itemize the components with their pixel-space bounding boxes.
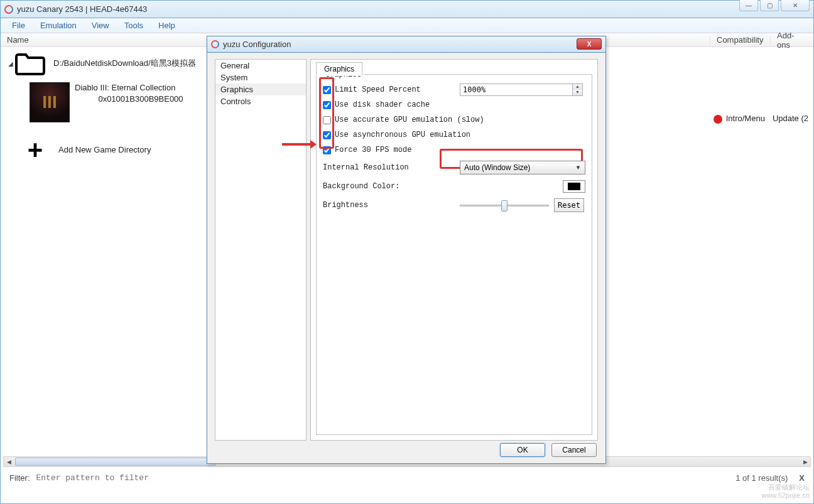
cancel-button[interactable]: Cancel (551, 443, 597, 457)
filter-input[interactable] (34, 473, 736, 483)
column-compat[interactable]: Compatibility (710, 35, 771, 45)
scroll-left-icon[interactable]: ◀ (4, 457, 14, 466)
dialog-titlebar: yuzu Configuration X (207, 36, 605, 53)
maximize-button[interactable]: ▢ (760, 0, 779, 11)
game-icon: III (30, 82, 70, 122)
bg-color-button[interactable] (563, 180, 585, 193)
nav-system[interactable]: System (215, 72, 306, 83)
game-id: 0x01001B300B9BE000 (75, 94, 207, 105)
folder-icon (12, 50, 48, 77)
filter-clear-button[interactable]: X (793, 473, 811, 483)
accurate-gpu-checkbox[interactable] (323, 116, 331, 124)
force-30fps-label: Force 30 FPS mode (335, 146, 585, 154)
nav-general[interactable]: General (215, 60, 306, 72)
window-controls: — ▢ ✕ (739, 0, 810, 11)
internal-res-combo[interactable]: Auto (Window Size) ▼ (460, 161, 585, 174)
scrollbar-thumb[interactable] (15, 458, 216, 466)
nav-graphics[interactable]: Graphics (215, 83, 306, 95)
color-swatch-icon (568, 183, 580, 190)
accurate-gpu-label: Use accurate GPU emulation (slow) (335, 115, 585, 124)
window-title: yuzu Canary 2543 | HEAD-4e67443 (17, 4, 147, 14)
internal-res-value: Auto (Window Size) (464, 163, 530, 172)
filter-bar: Filter: 1 of 1 result(s) X (3, 469, 811, 486)
force-30fps-checkbox[interactable] (323, 146, 331, 154)
status-dot-icon (714, 115, 722, 124)
async-gpu-checkbox[interactable] (323, 131, 331, 139)
menubar: File Emulation View Tools Help (1, 18, 813, 33)
brightness-slider[interactable] (460, 199, 549, 212)
addon-cell: Update (2 (773, 114, 808, 123)
reset-button[interactable]: Reset (554, 198, 584, 212)
menu-tools[interactable]: Tools (118, 19, 149, 31)
watermark: 吾爱破解论坛 www.52pojie.cn (762, 483, 810, 500)
menu-help[interactable]: Help (152, 19, 182, 31)
chevron-down-icon: ▼ (575, 164, 581, 171)
limit-speed-label: Limit Speed Percent (335, 85, 460, 94)
config-dialog: yuzu Configuration X General System Grap… (207, 36, 606, 464)
graphics-group: Graphics Limit Speed Percent ▲▼ Use (316, 74, 592, 435)
filter-label: Filter: (3, 473, 34, 483)
svg-marker-1 (310, 140, 317, 149)
brightness-label: Brightness (323, 201, 460, 210)
limit-speed-checkbox[interactable] (323, 86, 331, 94)
config-content: Graphics Graphics Limit Speed Percent ▲▼ (310, 59, 598, 441)
async-gpu-label: Use asynchronous GPU emulation (335, 131, 585, 139)
tab-graphics[interactable]: Graphics (316, 62, 362, 76)
status-cell: Intro/Menu (714, 114, 765, 124)
close-button[interactable]: ✕ (781, 0, 810, 11)
internal-res-label: Internal Resolution (323, 163, 460, 172)
add-directory-label: Add New Game Directory (58, 144, 151, 156)
caret-icon: ◢ (6, 60, 12, 67)
plus-icon: + (17, 135, 53, 165)
game-title: Diablo III: Eternal Collection (75, 82, 207, 94)
speed-input[interactable] (460, 83, 573, 96)
ok-button[interactable]: OK (500, 443, 545, 457)
config-nav: General System Graphics Controls (215, 59, 307, 441)
menu-view[interactable]: View (85, 19, 116, 31)
dialog-title: yuzu Configuration (223, 40, 291, 49)
spinner-up-icon[interactable]: ▲ (573, 84, 582, 90)
nav-controls[interactable]: Controls (215, 95, 306, 107)
minimize-button[interactable]: — (739, 0, 758, 11)
game-label: Diablo III: Eternal Collection 0x01001B3… (75, 82, 207, 105)
slider-thumb[interactable] (501, 200, 507, 212)
disk-shader-checkbox[interactable] (323, 101, 331, 109)
titlebar: yuzu Canary 2543 | HEAD-4e67443 — ▢ ✕ (1, 1, 813, 18)
disk-shader-label: Use disk shader cache (335, 100, 585, 109)
dialog-close-button[interactable]: X (577, 38, 602, 50)
folder-path-label: D:/BaiduNetdiskDownload/暗黑3模拟器 (53, 58, 196, 69)
dialog-logo-icon (211, 40, 219, 48)
speed-spinner[interactable]: ▲▼ (460, 83, 585, 96)
filter-results: 1 of 1 result(s) (735, 473, 793, 483)
menu-emulation[interactable]: Emulation (34, 19, 83, 31)
app-logo-icon (4, 5, 13, 14)
spinner-down-icon[interactable]: ▼ (573, 90, 582, 95)
scroll-right-icon[interactable]: ▶ (800, 457, 810, 466)
menu-file[interactable]: File (6, 19, 31, 31)
bg-color-label: Background Color: (323, 182, 460, 191)
column-addons[interactable]: Add-ons (771, 31, 813, 50)
red-arrow-annotation (282, 138, 317, 151)
